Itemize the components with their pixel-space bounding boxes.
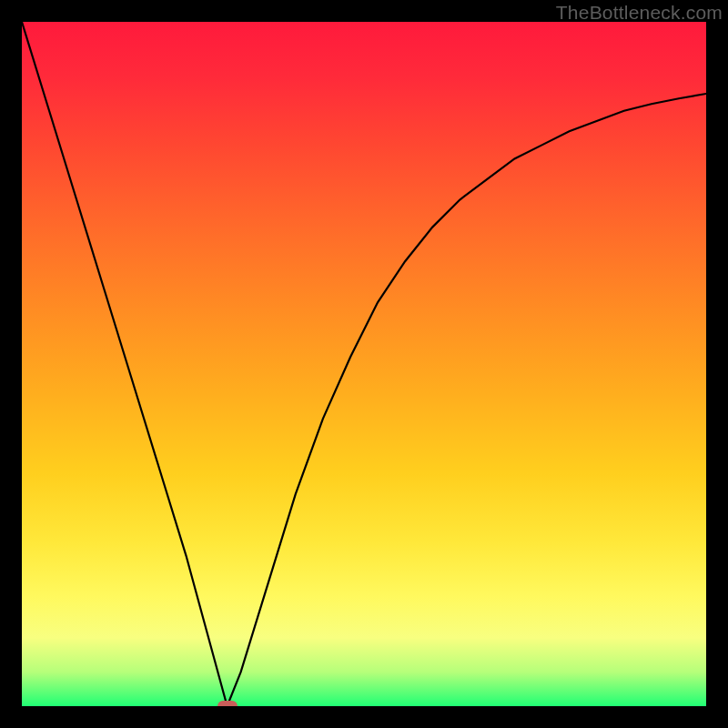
chart-area xyxy=(22,22,706,706)
minimum-marker xyxy=(217,701,238,706)
watermark-text: TheBottleneck.com xyxy=(556,2,723,24)
bottleneck-curve-path xyxy=(22,22,706,706)
chart-svg xyxy=(22,22,706,706)
